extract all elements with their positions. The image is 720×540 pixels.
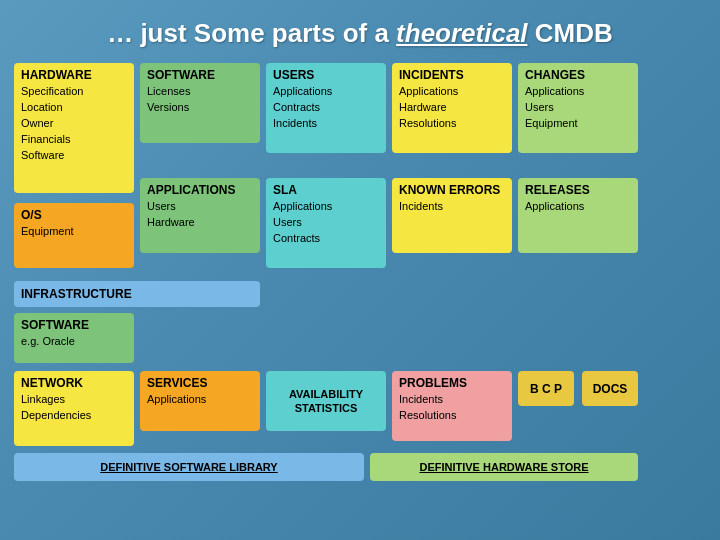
docs-title: DOCS — [593, 382, 628, 396]
slide-title: … just Some parts of a theoretical CMDB — [10, 10, 710, 63]
availability-block: AVAILABILITY STATISTICS — [266, 371, 386, 431]
changes-item-3: Equipment — [525, 116, 631, 132]
software-infra-sub: e.g. Oracle — [21, 334, 127, 350]
hardware-title: HARDWARE — [21, 68, 127, 82]
hardware-block: HARDWARE Specification Location Owner Fi… — [14, 63, 134, 193]
availability-title: AVAILABILITY STATISTICS — [273, 387, 379, 416]
network-block: NETWORK Linkages Dependencies — [14, 371, 134, 446]
incidents-block: INCIDENTS Applications Hardware Resoluti… — [392, 63, 512, 153]
users-item-1: Applications — [273, 84, 379, 100]
users-item-2: Contracts — [273, 100, 379, 116]
sla-title: SLA — [273, 183, 379, 197]
infrastructure-title: INFRASTRUCTURE — [21, 287, 132, 301]
software-infra-block: SOFTWARE e.g. Oracle — [14, 313, 134, 363]
os-block: O/S Equipment — [14, 203, 134, 268]
problems-title: PROBLEMS — [399, 376, 505, 390]
incidents-item-1: Applications — [399, 84, 505, 100]
network-item-1: Linkages — [21, 392, 127, 408]
title-suffix: CMDB — [528, 18, 613, 48]
known-errors-title: KNOWN ERRORS — [399, 183, 505, 197]
incidents-item-3: Resolutions — [399, 116, 505, 132]
software-title: SOFTWARE — [147, 68, 253, 82]
releases-item-1: Applications — [525, 199, 631, 215]
os-title: O/S — [21, 208, 127, 222]
hardware-item-2: Location — [21, 100, 127, 116]
problems-item-2: Resolutions — [399, 408, 505, 424]
sla-block: SLA Applications Users Contracts — [266, 178, 386, 268]
releases-title: RELEASES — [525, 183, 631, 197]
known-errors-block: KNOWN ERRORS Incidents — [392, 178, 512, 253]
sla-item-1: Applications — [273, 199, 379, 215]
changes-item-1: Applications — [525, 84, 631, 100]
software-item-1: Licenses — [147, 84, 253, 100]
applications-title: APPLICATIONS — [147, 183, 253, 197]
def-hardware-store-label: DEFINITIVE HARDWARE STORE — [419, 461, 588, 473]
users-title: USERS — [273, 68, 379, 82]
incidents-item-2: Hardware — [399, 100, 505, 116]
changes-item-2: Users — [525, 100, 631, 116]
hardware-item-1: Specification — [21, 84, 127, 100]
title-prefix: … just Some parts of a — [107, 18, 396, 48]
def-software-lib-block: DEFINITIVE SOFTWARE LIBRARY — [14, 453, 364, 481]
changes-block: CHANGES Applications Users Equipment — [518, 63, 638, 153]
infrastructure-block: INFRASTRUCTURE — [14, 281, 260, 307]
problems-block: PROBLEMS Incidents Resolutions — [392, 371, 512, 441]
known-errors-item-1: Incidents — [399, 199, 505, 215]
content-layout: HARDWARE Specification Location Owner Fi… — [10, 63, 710, 533]
changes-title: CHANGES — [525, 68, 631, 82]
services-block: SERVICES Applications — [140, 371, 260, 431]
software-infra-title: SOFTWARE — [21, 318, 127, 332]
bcp-block: B C P — [518, 371, 574, 406]
applications-item-1: Users — [147, 199, 253, 215]
services-title: SERVICES — [147, 376, 253, 390]
sla-item-2: Users — [273, 215, 379, 231]
applications-block: APPLICATIONS Users Hardware — [140, 178, 260, 253]
applications-item-2: Hardware — [147, 215, 253, 231]
title-underlined: theoretical — [396, 18, 528, 48]
network-item-2: Dependencies — [21, 408, 127, 424]
incidents-title: INCIDENTS — [399, 68, 505, 82]
hardware-item-5: Software — [21, 148, 127, 164]
docs-block: DOCS — [582, 371, 638, 406]
network-title: NETWORK — [21, 376, 127, 390]
bcp-title: B C P — [530, 382, 562, 396]
releases-block: RELEASES Applications — [518, 178, 638, 253]
software-block: SOFTWARE Licenses Versions — [140, 63, 260, 143]
software-item-2: Versions — [147, 100, 253, 116]
def-software-lib-label: DEFINITIVE SOFTWARE LIBRARY — [100, 461, 277, 473]
hardware-item-3: Owner — [21, 116, 127, 132]
os-item-1: Equipment — [21, 224, 127, 240]
problems-item-1: Incidents — [399, 392, 505, 408]
sla-item-3: Contracts — [273, 231, 379, 247]
hardware-item-4: Financials — [21, 132, 127, 148]
slide: … just Some parts of a theoretical CMDB … — [0, 0, 720, 540]
def-hardware-store-block: DEFINITIVE HARDWARE STORE — [370, 453, 638, 481]
users-block: USERS Applications Contracts Incidents — [266, 63, 386, 153]
services-item-1: Applications — [147, 392, 253, 408]
users-item-3: Incidents — [273, 116, 379, 132]
